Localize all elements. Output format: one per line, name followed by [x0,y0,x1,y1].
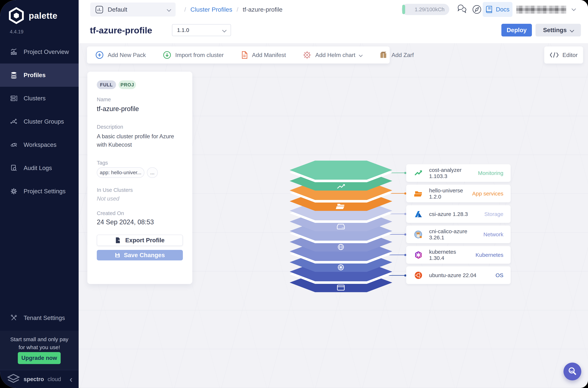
tag-pill[interactable]: app: hello-univer... [97,167,144,178]
save-changes-label: Save Changes [124,252,165,259]
pack-name: hello-universe 1.2.0 [429,188,466,200]
pack-name: csi-azure 1.28.3 [429,211,478,217]
project-selector-value: Default [108,6,163,13]
pack-category: Kubernetes [476,252,503,258]
sidebar-item-cluster-groups[interactable]: Cluster Groups [0,110,79,133]
profile-detail-card: FULL PROJ Name tf-azure-profile Descript… [87,72,192,284]
pack-category: Network [484,231,503,238]
user-menu-chevron-icon[interactable] [571,6,576,11]
in-use-clusters-value: Not used [97,195,119,202]
magnifier-smile-icon [568,367,577,376]
tag-overflow-pill[interactable]: ... [147,167,158,178]
usage-value: 1.29/100kCh [415,4,445,15]
network-nodes-icon [10,118,17,125]
sidebar-item-tenant-settings[interactable]: Tenant Settings [0,306,79,330]
explore-button[interactable] [471,4,482,16]
pack-row-cni-calico-azure[interactable]: cni-calico-azure 3.26.1 Network [406,226,511,243]
manifest-file-icon [241,51,248,59]
usage-progress-bar [402,5,405,14]
bar-chart-icon [10,48,17,55]
usage-meter: 1.29/100kCh [402,4,449,15]
palette-logo-icon [9,7,24,24]
gear-icon [10,188,17,195]
chevron-down-icon [359,53,363,57]
profile-version-value: 1.1.0 [177,27,223,33]
editor-label: Editor [562,52,578,58]
sidebar-item-label: Profiles [24,72,46,79]
toolbar-item-label: Add Manifest [252,52,286,58]
azure-icon [414,210,423,218]
created-on-label: Created On [97,210,124,216]
kubernetes-hex-icon [414,251,423,259]
pack-name: ubuntu-azure 22.04 [429,272,489,278]
pack-name: cost-analyzer 1.103.3 [429,167,471,179]
docs-button[interactable]: Docs [483,2,512,17]
in-use-clusters-label: In Use Clusters [97,187,133,193]
ubuntu-icon [414,271,423,279]
project-selector-dropdown[interactable]: Default [90,2,176,17]
sidebar-item-clusters[interactable]: Clusters [0,87,79,110]
hello-universe-icon [414,190,423,198]
add-zarf-button[interactable]: Add Zarf [379,51,414,59]
sidebar-collapse-chevron[interactable]: ‹ [70,370,73,388]
app-version: 4.4.19 [10,29,24,35]
stack-layer-monitoring[interactable] [290,161,392,191]
pack-row-kubernetes[interactable]: kubernetes 1.30.4 Kubernetes [406,246,511,264]
name-label: Name [97,97,111,102]
chevron-down-icon [222,28,227,32]
breadcrumb: / Cluster Profiles / tf-azure-profile [184,0,282,19]
orbit-icon [10,141,17,148]
page-title: tf-azure-profile [90,25,152,35]
kubernetes-wheel-icon [338,265,344,270]
breadcrumb-link-cluster-profiles[interactable]: Cluster Profiles [190,6,232,13]
pack-toolbar: Add New Pack Import from cluster Add Man… [87,47,390,64]
add-helm-chart-button[interactable]: Add Helm chart [303,51,362,59]
settings-label: Settings [543,27,566,34]
editor-toggle-button[interactable]: Editor [544,47,583,64]
add-manifest-button[interactable]: Add Manifest [241,51,286,59]
description-value: A basic cluster profile for Azure with K… [97,132,182,149]
pack-row-ubuntu-azure[interactable]: ubuntu-azure 22.04 OS [406,267,511,284]
save-icon [115,252,120,258]
chevron-down-icon [570,28,574,32]
description-label: Description [97,124,123,130]
profile-header: tf-azure-profile 1.1.0 Deploy Settings [79,19,588,43]
topbar: Default / Cluster Profiles / tf-azure-pr… [79,0,588,19]
deploy-button[interactable]: Deploy [501,24,532,36]
app-window: palette 4.4.19 Project Overview [0,0,588,388]
breadcrumb-separator: / [237,6,238,13]
chat-button[interactable] [457,4,468,15]
sidebar-item-project-overview[interactable]: Project Overview [0,40,79,64]
sidebar-item-label: Project Settings [24,188,66,195]
sidebar-item-profiles[interactable]: Profiles [0,64,79,87]
server-icon [10,95,17,102]
export-profile-button[interactable]: Export Profile [97,235,183,246]
compass-icon [471,4,482,15]
chevron-down-icon [167,7,171,12]
chat-bubbles-icon [457,4,468,15]
profile-version-dropdown[interactable]: 1.1.0 [172,24,231,36]
sidebar-item-audit-logs[interactable]: Audit Logs [0,156,79,180]
save-changes-button[interactable]: Save Changes [97,250,183,260]
pack-row-csi-azure[interactable]: csi-azure 1.28.3 Storage [406,205,511,223]
profile-name-value: tf-azure-profile [97,105,139,113]
export-file-icon [115,237,121,243]
audit-log-icon [10,164,17,172]
toolbar-item-label: Add Zarf [391,52,414,58]
sidebar-item-workspaces[interactable]: Workspaces [0,133,79,156]
zoom-fit-button[interactable] [563,363,581,380]
sidebar-item-project-settings[interactable]: Project Settings [0,180,79,203]
code-icon [550,52,559,58]
pack-name: cni-calico-azure 3.26.1 [429,228,477,241]
user-account-redacted[interactable] [516,6,566,14]
layers-icon [10,72,17,79]
upgrade-promo: Start small and only pay for what you us… [0,331,79,370]
pack-category: Monitoring [478,170,503,176]
promo-text: Start small and only pay for what you us… [0,335,79,351]
pack-row-hello-universe[interactable]: hello-universe 1.2.0 App services [406,185,511,202]
add-new-pack-button[interactable]: Add New Pack [95,51,146,59]
import-from-cluster-button[interactable]: Import from cluster [163,51,224,59]
upgrade-now-button[interactable]: Upgrade now [18,352,61,364]
pack-row-cost-analyzer[interactable]: cost-analyzer 1.103.3 Monitoring [406,164,511,182]
settings-button[interactable]: Settings [536,24,581,36]
